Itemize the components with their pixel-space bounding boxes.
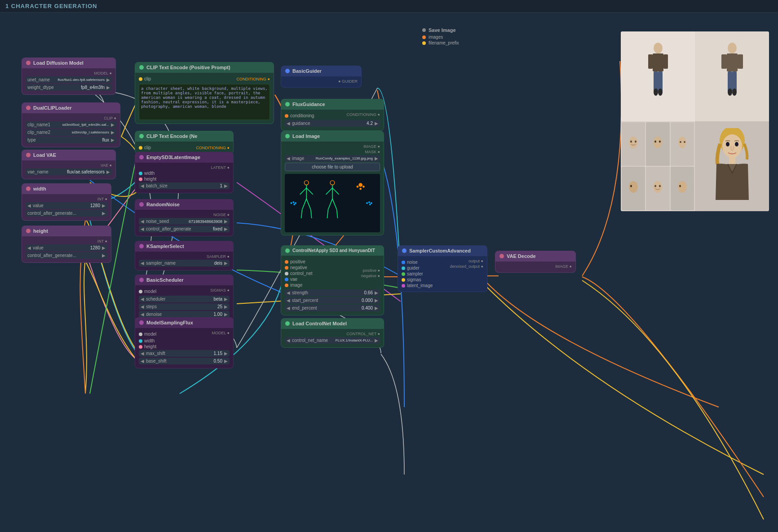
svg-point-20 [291, 202, 292, 204]
clip2-row[interactable]: clip_name2 sd3m/clip_l.safetensors ▶ [26, 129, 116, 136]
clip2-label: clip_name2 [27, 130, 70, 135]
value-label: value [33, 203, 88, 208]
basic-guider-node: BasicGuider ● GUIDER [281, 66, 362, 88]
title-bar: 1 CHARACTER GENERATION [0, 0, 778, 13]
node-body: CONTROL_NET ● ◀ control_net_name FLUX.1/… [281, 329, 384, 348]
node-title: CLIP Text Encode (Ne [146, 133, 197, 139]
height-value-row[interactable]: ◀ value 1280 ▶ [26, 244, 107, 251]
type-row[interactable]: type flux ▶ [26, 137, 116, 143]
choose-file-button[interactable]: choose file to upload [285, 163, 380, 171]
svg-point-42 [728, 89, 732, 96]
output-label: LATENT ● [139, 165, 230, 170]
left-arrow[interactable]: ◀ [27, 203, 31, 208]
node-body: positive negative control_net vae image [281, 256, 384, 315]
strength-value: 0.66 [364, 290, 373, 295]
node-header: EmptySD3LatentImage [135, 152, 234, 163]
port-circle [139, 177, 142, 181]
node-title: height [33, 228, 48, 234]
type-value: flux [102, 137, 109, 142]
character-image-panel [621, 31, 769, 211]
node-status-dot [285, 69, 290, 73]
output-label: VAE ● [26, 163, 112, 168]
control-row[interactable]: ◀ control_after_generate fixed ▶ [139, 226, 230, 232]
svg-line-13 [332, 199, 337, 209]
svg-point-28 [654, 43, 663, 53]
node-header: width [22, 183, 111, 194]
node-status-dot [139, 202, 144, 207]
node-body: IMAGE ● MASK ● ◀ image RunComfy_examples… [281, 142, 384, 235]
node-status-dot [26, 61, 31, 65]
batch-row[interactable]: ◀ batch_size 1 ▶ [139, 182, 230, 189]
node-header: CLIP Text Encode (Ne [135, 131, 234, 142]
svg-line-15 [337, 209, 338, 218]
svg-rect-38 [721, 54, 727, 69]
char-portrait [695, 121, 769, 211]
svg-rect-30 [648, 54, 653, 69]
sampler-name-value: deis [214, 261, 222, 266]
clip-port-circle [139, 77, 142, 81]
sampler-name-row[interactable]: ◀ sampler_name deis ▶ [139, 260, 230, 266]
svg-rect-29 [653, 53, 663, 71]
node-header: VAE Decode [495, 251, 576, 262]
seed-row[interactable]: ◀ noise_seed 671983948663908 ▶ [139, 218, 230, 225]
unet-row[interactable]: unet_name flux/flux1-dev-fp8.safetensors… [26, 76, 112, 83]
node-body: ● GUIDER [281, 76, 362, 88]
vae-value: flux/ae.safetensors [67, 169, 105, 174]
weight-label: weight_dtype [27, 85, 79, 90]
node-title: CLIP Text Encode (Positive Prompt) [146, 65, 230, 70]
node-header: Load ControlNet Model [281, 318, 384, 329]
width-node: width INT ● ◀ value 1280 ▶ control_after… [22, 183, 111, 221]
seed-value: 671983948663908 [189, 219, 222, 224]
control-value: fixed [213, 226, 222, 231]
svg-line-14 [327, 209, 328, 218]
svg-point-34 [654, 89, 658, 96]
prompt-textarea[interactable]: a character sheet, white background, mul… [139, 84, 270, 120]
svg-point-17 [357, 186, 358, 187]
width-control-row[interactable]: control_after_generate... ▶ [26, 210, 107, 217]
node-body: IMAGE ● [495, 262, 576, 273]
vae-decode-node: VAE Decode IMAGE ● [495, 251, 576, 273]
node-title: VAE Decode [507, 253, 536, 259]
vae-label: vae_name [27, 169, 65, 174]
svg-rect-39 [738, 54, 743, 69]
pose-canvas [285, 174, 380, 232]
ksampler-select-node: KSamplerSelect SAMPLER ● ◀ sampler_name … [135, 241, 234, 270]
svg-point-35 [658, 89, 663, 96]
node-header: Load Diffusion Model [22, 58, 116, 68]
svg-line-7 [311, 209, 312, 218]
basic-scheduler-node: BasicScheduler model SIGMAS ● ◀ schedule… [135, 275, 234, 322]
right-arrow[interactable]: ▶ [102, 203, 106, 208]
sampler-custom-advanced-node: SamplerCustomAdvanced noise guider sampl… [398, 245, 487, 292]
arrow-right2: ▶ [106, 85, 110, 90]
char-portrait-svg [707, 128, 757, 204]
svg-line-4 [302, 199, 307, 209]
width-value-row[interactable]: ◀ value 1280 ▶ [26, 202, 107, 209]
height-control-row[interactable]: control_after_generate... ▶ [26, 252, 107, 259]
node-header: ModelSamplingFlux [135, 317, 234, 328]
svg-point-47 [653, 137, 662, 148]
output-label: CLIP ● [26, 116, 116, 120]
node-header: KSamplerSelect [135, 241, 234, 252]
node-title: Load ControlNet Model [292, 321, 347, 326]
clip1-row[interactable]: clip_name1 sd3m/t5xxl_fp8_e4m3fn.saf... … [26, 121, 116, 128]
load-controlnet-node: Load ControlNet Model CONTROL_NET ● ◀ co… [281, 318, 384, 348]
node-header: BasicScheduler [135, 275, 234, 285]
strength-row[interactable]: ◀ strength 0.66 ▶ [285, 289, 380, 296]
pose-svg [285, 174, 380, 232]
right-arrow[interactable]: ▶ [102, 245, 106, 250]
node-status-dot [139, 244, 144, 248]
port-label: width [144, 171, 155, 176]
width-port: width [139, 171, 230, 176]
node-status-dot [26, 229, 31, 233]
clip-label: clip [144, 76, 151, 81]
svg-line-3 [306, 188, 313, 194]
vae-name-row[interactable]: vae_name flux/ae.safetensors ▶ [26, 168, 112, 175]
control-label: control_after_generate... [27, 211, 100, 216]
svg-point-22 [295, 202, 296, 204]
arrow-right: ▶ [106, 77, 110, 82]
model-sampling-flux-node: ModelSamplingFlux model MODEL ● width he… [135, 317, 234, 368]
svg-point-53 [629, 181, 638, 193]
weight-dtype-row[interactable]: weight_dtype fp8_e4m3fn ▶ [26, 84, 112, 91]
left-arrow[interactable]: ◀ [27, 245, 31, 250]
height-port: height [139, 177, 230, 182]
